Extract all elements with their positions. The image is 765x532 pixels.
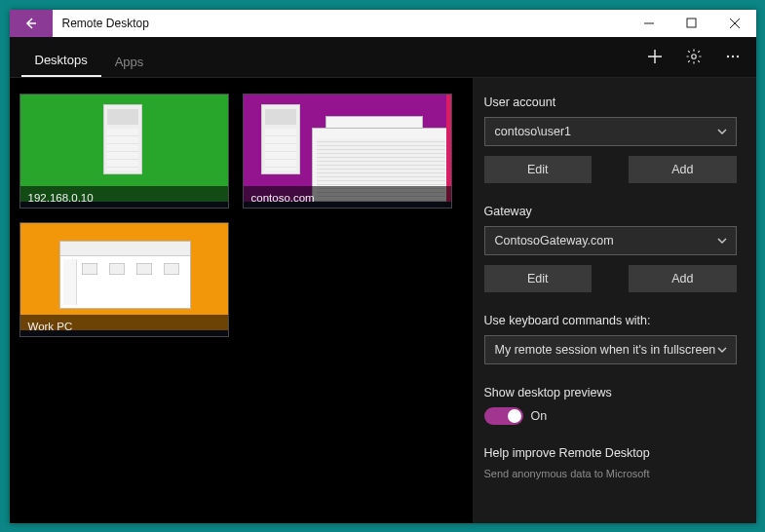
svg-point-4: [736, 56, 738, 57]
tile-label: 192.168.0.10: [20, 186, 228, 208]
desktop-tile[interactable]: Work PC: [19, 222, 229, 337]
keyboard-select[interactable]: My remote session when it's in fullscree…: [484, 335, 737, 364]
app-window: Remote Desktop Desktops Apps: [10, 10, 756, 523]
tab-desktops[interactable]: Desktops: [21, 43, 101, 77]
back-button[interactable]: [10, 10, 53, 37]
desktop-grid: 192.168.0.10 contoso.com: [10, 78, 473, 523]
chevron-down-icon: [716, 344, 728, 356]
svg-point-1: [691, 55, 696, 59]
plus-icon: [646, 48, 664, 65]
tabs: Desktops Apps: [10, 37, 158, 77]
settings-button[interactable]: [674, 36, 713, 77]
previews-label: Show desktop previews: [484, 386, 737, 399]
tile-label: Work PC: [20, 315, 228, 336]
titlebar: Remote Desktop: [10, 10, 756, 37]
previews-toggle[interactable]: [484, 407, 523, 425]
arrow-left-icon: [23, 16, 39, 31]
tile-label: contoso.com: [244, 186, 451, 208]
keyboard-label: Use keyboard commands with:: [484, 314, 737, 327]
minimize-icon: [643, 18, 655, 29]
chevron-down-icon: [716, 235, 728, 247]
tabbar: Desktops Apps: [10, 37, 756, 78]
close-button[interactable]: [713, 10, 756, 37]
user-account-edit-button[interactable]: Edit: [484, 156, 593, 183]
chevron-down-icon: [716, 126, 728, 137]
gateway-add-button[interactable]: Add: [629, 265, 737, 292]
user-account-select[interactable]: contoso\user1: [484, 117, 737, 146]
desktop-tile[interactable]: 192.168.0.10: [19, 94, 229, 209]
caption-buttons: [628, 10, 756, 37]
body: 192.168.0.10 contoso.com: [10, 78, 756, 523]
add-desktop-button[interactable]: [635, 36, 674, 77]
help-section: Help improve Remote Desktop Send anonymo…: [484, 446, 737, 479]
desktop-tile[interactable]: contoso.com: [243, 94, 452, 209]
tabbar-actions: [635, 37, 756, 77]
tab-apps[interactable]: Apps: [101, 45, 158, 77]
svg-point-2: [726, 56, 728, 57]
keyboard-section: Use keyboard commands with: My remote se…: [484, 314, 737, 364]
keyboard-value: My remote session when it's in fullscree…: [495, 343, 716, 357]
previews-state: On: [531, 409, 548, 423]
user-account-section: User account contoso\user1 Edit Add: [484, 95, 737, 183]
more-icon: [724, 48, 742, 65]
user-account-value: contoso\user1: [495, 125, 572, 138]
maximize-icon: [686, 18, 697, 28]
gear-icon: [685, 48, 703, 65]
svg-point-3: [731, 56, 733, 57]
close-icon: [729, 18, 741, 29]
gateway-value: ContosoGateway.com: [495, 234, 614, 247]
more-button[interactable]: [713, 36, 752, 77]
gateway-label: Gateway: [484, 205, 737, 218]
previews-section: Show desktop previews On: [484, 386, 737, 425]
user-account-label: User account: [484, 95, 737, 109]
maximize-button[interactable]: [670, 10, 713, 37]
gateway-section: Gateway ContosoGateway.com Edit Add: [484, 205, 737, 292]
gateway-select[interactable]: ContosoGateway.com: [484, 226, 737, 255]
settings-panel: User account contoso\user1 Edit Add Gate…: [473, 78, 756, 523]
window-title: Remote Desktop: [53, 10, 628, 37]
gateway-edit-button[interactable]: Edit: [484, 265, 593, 292]
help-sub: Send anonymous data to Microsoft: [484, 468, 737, 479]
minimize-button[interactable]: [628, 10, 670, 37]
user-account-add-button[interactable]: Add: [629, 156, 737, 183]
help-label: Help improve Remote Desktop: [484, 446, 737, 460]
svg-rect-0: [687, 19, 696, 27]
